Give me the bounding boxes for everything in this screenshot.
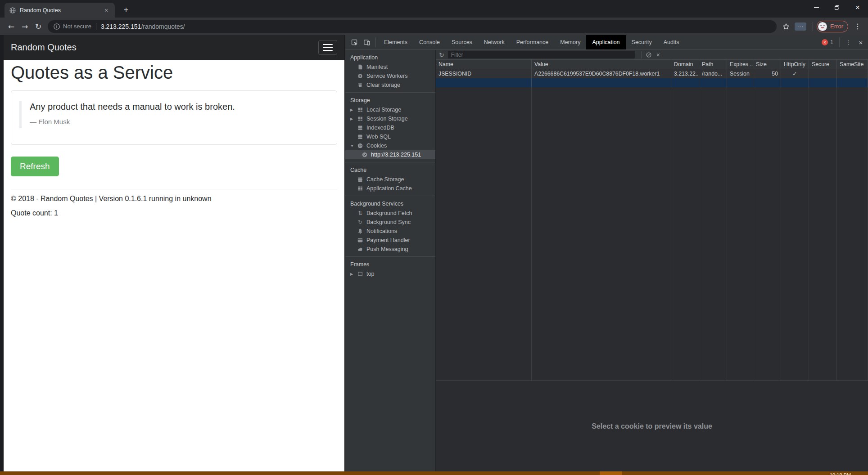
devtools-close-button[interactable]: ×	[855, 37, 866, 48]
tab-security[interactable]: Security	[626, 35, 658, 49]
tab-elements[interactable]: Elements	[378, 35, 413, 49]
col-value[interactable]: Value	[532, 60, 671, 69]
sidebar-item-push-messaging[interactable]: Push Messaging	[345, 245, 435, 254]
error-count: 1	[830, 39, 833, 45]
col-name[interactable]: Name	[436, 60, 532, 69]
col-samesite[interactable]: SameSite	[837, 60, 868, 69]
tab-title: Random Quotes	[20, 7, 102, 13]
security-label[interactable]: Not secure	[63, 23, 91, 30]
sidebar-item-background-sync[interactable]: ↻ Background Sync	[345, 218, 435, 227]
web-page: Random Quotes Quotes as a Service Any pr…	[4, 35, 344, 471]
cookies-toolbar: ↻ ×	[436, 50, 868, 60]
tab-performance[interactable]: Performance	[511, 35, 555, 49]
forward-button[interactable]: →	[18, 20, 32, 33]
chevron-right-icon[interactable]: ▶	[350, 108, 357, 112]
error-badge-icon[interactable]: ×	[822, 39, 828, 45]
cookie-size: 50	[753, 69, 781, 78]
sidebar-item-top-frame[interactable]: ▶ top	[345, 269, 435, 278]
window-close-button[interactable]: ×	[847, 0, 868, 15]
section-frames: Frames	[345, 260, 435, 269]
reload-button[interactable]: ↻	[32, 20, 45, 33]
extension-button[interactable]: ···	[795, 22, 806, 31]
bookmark-star-button[interactable]	[780, 21, 792, 32]
devtools-tabbar: Elements Console Sources Network Perform…	[345, 35, 868, 50]
col-expires[interactable]: Expires ...	[727, 60, 753, 69]
sidebar-item-background-fetch[interactable]: ⇅ Background Fetch	[345, 209, 435, 218]
col-path[interactable]: Path	[699, 60, 727, 69]
devtools-body: Application Manifest Service Workers Cle…	[345, 50, 868, 471]
minimize-icon	[814, 7, 819, 8]
database-icon	[357, 125, 363, 131]
sidebar-item-local-storage[interactable]: ▶ Local Storage	[345, 105, 435, 114]
chevron-right-icon[interactable]: ▶	[350, 117, 357, 121]
browser-menu-button[interactable]: ⋮	[852, 21, 863, 32]
tab-audits[interactable]: Audits	[658, 35, 685, 49]
inspect-element-button[interactable]	[349, 37, 360, 48]
cookie-name: JSESSIONID	[436, 69, 532, 78]
sidebar-item-cookies[interactable]: ▼ Cookies	[345, 141, 435, 150]
cloud-icon	[357, 246, 363, 252]
tab-close-icon[interactable]: ×	[102, 6, 110, 14]
devtools-menu-button[interactable]: ⋮	[843, 37, 854, 48]
cookie-preview-message: Select a cookie to preview its value	[592, 422, 712, 430]
sidebar-item-notifications[interactable]: Notifications	[345, 227, 435, 236]
sidebar-item-session-storage[interactable]: ▶ Session Storage	[345, 114, 435, 123]
database-icon	[357, 176, 363, 183]
section-application: Application	[345, 53, 435, 63]
chevron-right-icon[interactable]: ▶	[350, 272, 357, 276]
sidebar-item-cookie-origin[interactable]: http://3.213.225.151	[345, 150, 435, 159]
delete-cookie-icon[interactable]: ×	[656, 51, 660, 58]
sync-icon: ↻	[357, 219, 363, 225]
device-toolbar-button[interactable]	[362, 37, 372, 48]
col-size[interactable]: Size	[753, 60, 781, 69]
tab-memory[interactable]: Memory	[554, 35, 586, 49]
sidebar-item-cache-storage[interactable]: Cache Storage	[345, 175, 435, 184]
gear-icon	[357, 73, 363, 79]
cookie-row-jsessionid[interactable]: JSESSIONID A2266686C6199537E9D60C8876DF0…	[436, 69, 868, 78]
window-restore-button[interactable]	[827, 0, 847, 15]
profile-button[interactable]: Error	[817, 21, 848, 32]
cookie-value: A2266686C6199537E9D60C8876DF0F18.worker1	[532, 69, 671, 78]
refresh-button[interactable]: Refresh	[11, 157, 59, 176]
col-secure[interactable]: Secure	[809, 60, 837, 69]
url-path: /randomquotes/	[141, 23, 185, 30]
grid-icon	[357, 107, 363, 113]
clear-all-cookies-icon[interactable]	[646, 52, 652, 58]
not-secure-info-icon[interactable]	[53, 23, 60, 30]
quote-author: — Elon Musk	[30, 118, 328, 125]
tab-console[interactable]: Console	[413, 35, 446, 49]
refresh-cookies-icon[interactable]: ↻	[439, 51, 444, 58]
sidebar-item-service-workers[interactable]: Service Workers	[345, 72, 435, 81]
navbar-toggler-button[interactable]	[318, 40, 337, 55]
new-tab-button[interactable]: +	[121, 4, 131, 15]
window-minimize-button[interactable]	[806, 0, 827, 15]
tab-application[interactable]: Application	[586, 35, 625, 49]
back-button[interactable]: ←	[5, 20, 18, 33]
tab-sources[interactable]: Sources	[446, 35, 478, 49]
sidebar-item-clear-storage[interactable]: Clear storage	[345, 81, 435, 90]
chevron-down-icon[interactable]: ▼	[350, 144, 357, 148]
site-brand[interactable]: Random Quotes	[11, 42, 318, 53]
cookie-filter-input[interactable]	[448, 51, 635, 58]
sidebar-item-web-sql[interactable]: Web SQL	[345, 132, 435, 141]
tab-network[interactable]: Network	[478, 35, 511, 49]
cookie-httponly-check: ✓	[781, 69, 809, 78]
sidebar-item-application-cache[interactable]: Application Cache	[345, 184, 435, 193]
quote-text: Any product that needs a manual to work …	[30, 102, 328, 112]
payment-card-icon	[357, 237, 363, 243]
sidebar-item-indexeddb[interactable]: IndexedDB	[345, 123, 435, 132]
cookie-row-selected-empty[interactable]	[436, 78, 868, 87]
sidebar-item-manifest[interactable]: Manifest	[345, 63, 435, 72]
content-area: Random Quotes Quotes as a Service Any pr…	[0, 35, 868, 471]
cookie-expires: Session	[727, 69, 753, 78]
col-domain[interactable]: Domain	[671, 60, 699, 69]
quote-card: Any product that needs a manual to work …	[11, 90, 337, 145]
bell-icon	[357, 228, 363, 234]
document-icon	[357, 64, 363, 70]
profile-avatar	[818, 22, 827, 31]
sidebar-item-payment-handler[interactable]: Payment Handler	[345, 236, 435, 245]
col-httponly[interactable]: HttpOnly	[781, 60, 809, 69]
browser-tab[interactable]: Random Quotes ×	[5, 3, 115, 18]
up-down-arrows-icon: ⇅	[357, 210, 363, 216]
address-bar[interactable]: Not secure 3.213.225.151 /randomquotes/	[48, 20, 777, 33]
